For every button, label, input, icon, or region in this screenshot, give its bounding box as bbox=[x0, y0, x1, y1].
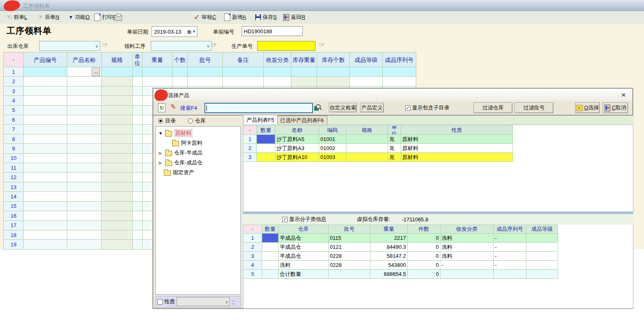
grid-cell[interactable] bbox=[67, 115, 102, 125]
row-number-cell[interactable]: 5 bbox=[243, 270, 262, 279]
show-subdir-checkbox[interactable]: ✓ 显示包含子目录 bbox=[405, 104, 449, 111]
grid-cell[interactable] bbox=[291, 77, 317, 86]
grid-cell[interactable] bbox=[24, 192, 67, 201]
magnifier-button[interactable] bbox=[314, 103, 322, 111]
product-row[interactable]: 2 沙丁原料A3 01002 克 原材料 bbox=[243, 144, 513, 153]
spec-cell[interactable] bbox=[346, 153, 388, 162]
column-header[interactable]: - bbox=[243, 225, 262, 234]
grid-cell[interactable] bbox=[133, 221, 143, 230]
row-number-cell[interactable]: 19 bbox=[4, 240, 24, 249]
grid-cell[interactable] bbox=[24, 125, 67, 134]
checkbox-unchecked-icon[interactable] bbox=[157, 299, 163, 305]
grid-cell[interactable] bbox=[67, 182, 102, 192]
weight-cell[interactable]: 543800 bbox=[370, 261, 408, 270]
grid-cell[interactable] bbox=[133, 106, 143, 115]
filter-batch-button[interactable]: 过滤批号 bbox=[515, 102, 553, 113]
return-button[interactable]: 返回R bbox=[282, 13, 306, 22]
grid-cell[interactable] bbox=[102, 86, 133, 96]
grid-cell[interactable] bbox=[264, 67, 291, 77]
out-warehouse-combo[interactable]: ∨ bbox=[39, 41, 100, 51]
show-molecular-checkbox[interactable]: ✓ 显示分子类信息 bbox=[282, 216, 327, 223]
pieces-cell[interactable]: 0 bbox=[408, 243, 440, 252]
main-table-row[interactable]: 1… bbox=[4, 67, 416, 77]
edit-filter-button[interactable]: ✎ bbox=[170, 104, 176, 110]
grid-cell[interactable] bbox=[24, 173, 67, 182]
grid-cell[interactable] bbox=[67, 134, 102, 144]
row-number-cell[interactable]: 7 bbox=[4, 125, 24, 134]
column-header[interactable]: 批号 bbox=[188, 52, 223, 67]
column-header[interactable]: 单位 bbox=[388, 126, 401, 135]
stock-row[interactable]: 2 半成品仓 0121 84490.3 0 洗料 - bbox=[243, 243, 558, 252]
qty-cell-selected[interactable] bbox=[262, 234, 279, 243]
row-number-cell[interactable]: 11 bbox=[4, 163, 24, 173]
column-header[interactable]: 个数 bbox=[172, 52, 188, 67]
column-header[interactable]: 成品序列号 bbox=[383, 52, 416, 67]
out-warehouse-lookup-icon[interactable]: ☞ bbox=[102, 42, 108, 48]
row-number-cell[interactable]: 3 bbox=[243, 252, 262, 261]
grid-cell[interactable] bbox=[383, 77, 416, 86]
grid-cell[interactable] bbox=[67, 202, 102, 211]
custom-search-button[interactable]: 自定义检索 bbox=[329, 103, 357, 112]
grid-cell[interactable] bbox=[24, 221, 67, 230]
category-cell[interactable]: 洗料 bbox=[440, 243, 494, 252]
serial-cell[interactable] bbox=[494, 270, 526, 279]
row-number-cell[interactable]: 4 bbox=[4, 96, 24, 105]
row-number-cell[interactable]: 3 bbox=[4, 86, 24, 96]
radio-catalog[interactable]: 目录 bbox=[158, 117, 176, 125]
grid-cell[interactable] bbox=[24, 211, 67, 221]
column-header[interactable]: 产品编号 bbox=[24, 52, 67, 67]
grid-cell[interactable] bbox=[223, 67, 264, 77]
row-number-cell[interactable]: 1 bbox=[243, 135, 257, 144]
stock-row[interactable]: 1 半成品仓 0115 2217 0 洗料 - bbox=[243, 234, 558, 243]
row-number-cell[interactable]: 6 bbox=[4, 115, 24, 125]
grid-cell[interactable]: … bbox=[67, 67, 102, 77]
grid-cell[interactable] bbox=[102, 125, 133, 134]
serial-cell[interactable]: - bbox=[494, 243, 526, 252]
search-input[interactable] bbox=[204, 103, 313, 113]
category-cell[interactable]: 洗料 bbox=[440, 252, 494, 261]
chevron-right-icon[interactable]: ▶ bbox=[158, 150, 163, 156]
column-header[interactable]: 编码 bbox=[319, 126, 346, 135]
grid-cell[interactable] bbox=[188, 67, 223, 77]
batch-cell[interactable]: 0115 bbox=[329, 234, 370, 243]
qty-cell[interactable] bbox=[262, 252, 279, 261]
code-cell[interactable]: 01003 bbox=[319, 153, 346, 162]
grid-cell[interactable] bbox=[67, 211, 102, 221]
product-row[interactable]: 1 沙丁原料A5 01001 克 原材料 bbox=[243, 135, 513, 144]
prod-order-lookup-icon[interactable]: ☞ bbox=[319, 42, 325, 48]
column-header[interactable]: 库存重量 bbox=[291, 52, 317, 67]
grid-cell[interactable] bbox=[67, 106, 102, 115]
unit-cell[interactable]: 克 bbox=[388, 144, 401, 153]
product-row-highlighted[interactable]: 3 沙丁原料A10 01003 克 原材料 bbox=[243, 153, 513, 162]
column-header[interactable]: 名称 bbox=[275, 126, 319, 135]
weight-cell[interactable]: 688654.5 bbox=[370, 270, 408, 279]
row-number-cell[interactable]: 18 bbox=[4, 230, 24, 240]
grid-cell[interactable] bbox=[67, 240, 102, 249]
row-number-cell[interactable]: 8 bbox=[4, 134, 24, 144]
column-header[interactable]: 规格 bbox=[346, 126, 388, 135]
category-cell[interactable] bbox=[440, 270, 494, 279]
grid-cell[interactable] bbox=[102, 115, 133, 125]
nature-cell[interactable]: 原材料 bbox=[401, 135, 513, 144]
process-combo[interactable]: ∨ bbox=[151, 41, 212, 51]
grid-cell[interactable] bbox=[143, 67, 172, 77]
grid-cell[interactable] bbox=[223, 77, 264, 86]
functions-button[interactable]: ▼ 功能O bbox=[67, 13, 91, 22]
qty-cell[interactable] bbox=[262, 261, 279, 270]
grid-cell[interactable] bbox=[67, 192, 102, 201]
select-ok-button[interactable]: ✓ O选择 bbox=[575, 102, 600, 113]
grid-cell[interactable] bbox=[133, 86, 143, 96]
chevron-right-icon[interactable]: ▶ bbox=[158, 160, 163, 166]
warehouse-cell[interactable]: 半成品仓 bbox=[279, 234, 329, 243]
grade-cell[interactable] bbox=[526, 270, 558, 279]
grid-cell[interactable] bbox=[133, 77, 143, 86]
grid-cell[interactable] bbox=[24, 134, 67, 144]
process-lookup-icon[interactable]: ☞ bbox=[211, 42, 217, 48]
grid-cell[interactable] bbox=[317, 67, 350, 77]
next-doc-button[interactable]: ☞ 后单N bbox=[36, 13, 61, 22]
row-number-cell[interactable]: 2 bbox=[243, 243, 262, 252]
grid-cell[interactable] bbox=[102, 202, 133, 211]
chevron-down-icon[interactable]: ▼ bbox=[158, 131, 163, 136]
grid-cell[interactable] bbox=[67, 144, 102, 153]
audit-button[interactable]: ✓ 审核C bbox=[193, 13, 217, 22]
